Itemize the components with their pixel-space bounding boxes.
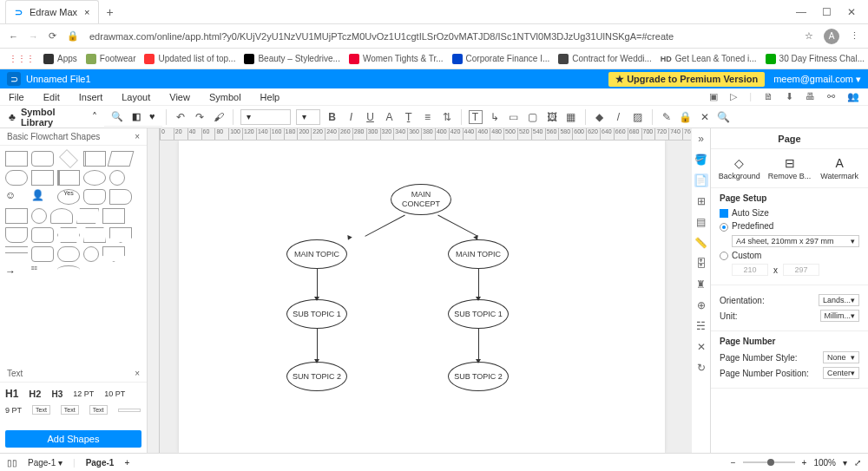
shape-diamond[interactable] xyxy=(59,149,78,168)
font-color-icon[interactable]: A xyxy=(383,110,397,124)
menu-symbol[interactable]: Symbol xyxy=(209,92,241,102)
rounded-rect-icon[interactable]: ▢ xyxy=(526,110,540,124)
bookmark[interactable]: HDGet Lean & Toned i... xyxy=(661,54,757,63)
new-tab-button[interactable]: + xyxy=(106,5,113,19)
shape-pill[interactable] xyxy=(5,170,28,186)
bookmark[interactable]: Beauty – Styledrive... xyxy=(244,54,340,64)
zoom-value[interactable]: 100% xyxy=(813,458,836,468)
bookmark[interactable]: Corporate Finance I... xyxy=(452,54,550,64)
shape-para[interactable] xyxy=(108,151,135,167)
tools-icon[interactable]: ✕ xyxy=(698,110,712,124)
shape-rect4[interactable] xyxy=(102,208,125,224)
cross-icon[interactable]: ✕ xyxy=(694,340,708,354)
node-root[interactable]: MAIN CONCEPT xyxy=(391,184,451,215)
add-icon[interactable]: ⊕ xyxy=(694,298,708,312)
share-icon[interactable]: ⚯ xyxy=(827,91,835,102)
lock-icon[interactable]: 🔒 xyxy=(679,110,693,124)
table-icon[interactable]: ▦ xyxy=(564,110,578,124)
hier-icon[interactable]: ♜ xyxy=(694,278,708,291)
back-icon[interactable]: ← xyxy=(9,31,18,42)
line-icon[interactable]: / xyxy=(612,110,626,124)
close-icon[interactable]: × xyxy=(135,132,140,141)
underline-icon[interactable]: U xyxy=(364,110,378,124)
text-9pt[interactable]: 9 PT xyxy=(5,406,22,415)
heart-icon[interactable]: ♥ xyxy=(149,111,155,121)
list-icon[interactable]: ☵ xyxy=(694,319,708,333)
text-box[interactable]: Text xyxy=(32,405,50,415)
image-icon[interactable]: 🖼 xyxy=(545,110,559,124)
page-panel-icon[interactable]: 📄 xyxy=(694,173,708,187)
menu-help[interactable]: Help xyxy=(260,92,280,102)
menu-edit[interactable]: Edit xyxy=(43,92,60,102)
rect-icon[interactable]: ▭ xyxy=(507,110,521,124)
grid3-icon[interactable]: ◧ xyxy=(132,111,141,122)
tab-remove-bg[interactable]: ⊟Remove B... xyxy=(765,156,815,180)
shape-pent[interactable] xyxy=(109,227,132,243)
shape-person[interactable]: 👤 xyxy=(31,189,54,205)
shape-rect2[interactable] xyxy=(31,170,54,186)
bookmark[interactable]: Updated list of top... xyxy=(144,54,235,64)
account-email[interactable]: meem@gmail.com▾ xyxy=(773,74,861,85)
bookmark[interactable]: Contract for Weddi... xyxy=(558,54,652,64)
shape-actor[interactable]: ☺ xyxy=(5,189,28,205)
print-icon[interactable]: 🖶 xyxy=(806,91,815,102)
font-family-select[interactable]: ▾ xyxy=(240,109,291,125)
zoom-in-button[interactable]: + xyxy=(802,458,807,468)
auto-size-checkbox[interactable]: Auto Size xyxy=(720,208,769,218)
shape-circ2[interactable] xyxy=(31,208,47,224)
node-right3[interactable]: SUB TOPIC 2 xyxy=(448,362,509,391)
page-selector[interactable]: Page-1 ▾ xyxy=(28,458,62,468)
paper-size-select[interactable]: A4 sheet, 210mm x 297 mm▾ xyxy=(732,235,859,247)
text-10pt[interactable]: 10 PT xyxy=(104,389,125,398)
shape-rnd3[interactable] xyxy=(31,246,54,262)
apps-icon[interactable]: ⋮⋮⋮ xyxy=(9,54,35,63)
bookmark[interactable]: Footwear xyxy=(86,54,136,64)
menu-insert[interactable]: Insert xyxy=(79,92,103,102)
shape-rect3[interactable] xyxy=(57,170,80,186)
text-box[interactable] xyxy=(118,409,141,412)
shape-lines[interactable] xyxy=(5,246,28,253)
unit-select[interactable]: Millim...▾ xyxy=(820,310,860,322)
shape-flag[interactable] xyxy=(109,189,132,205)
shape-note[interactable]: ≡≡ xyxy=(31,265,54,281)
reload-icon[interactable]: ⟳ xyxy=(49,30,56,42)
menu-view[interactable]: View xyxy=(169,92,190,102)
shape-rnd2[interactable] xyxy=(31,227,54,243)
predefined-radio[interactable]: Predefined xyxy=(720,221,773,231)
shape-ellipse[interactable] xyxy=(83,170,106,186)
align-icon[interactable]: ≡ xyxy=(421,110,435,124)
text-h1[interactable]: H1 xyxy=(5,388,18,400)
node-left3[interactable]: SUN TOPIC 2 xyxy=(286,362,347,391)
height-input[interactable]: 297 xyxy=(783,264,819,276)
italic-icon[interactable]: I xyxy=(345,110,358,124)
text-format-icon[interactable]: Ṯ xyxy=(402,110,416,124)
undo-icon[interactable]: ↶ xyxy=(174,110,187,124)
shape-circle[interactable] xyxy=(109,170,125,186)
close-icon[interactable]: × xyxy=(84,7,89,17)
shape-card[interactable] xyxy=(5,208,28,224)
zoom-slider[interactable] xyxy=(743,461,795,463)
search-canvas-icon[interactable]: 🔍 xyxy=(717,110,731,124)
tab-background[interactable]: ◇Background xyxy=(714,156,765,180)
layers-icon[interactable]: ▤ xyxy=(694,215,708,229)
text-box[interactable]: Text xyxy=(89,405,108,415)
pn-style-select[interactable]: None▾ xyxy=(823,351,859,363)
menu-layout[interactable]: Layout xyxy=(122,92,150,102)
tab-watermark[interactable]: AWatermark xyxy=(814,156,865,180)
text-section-header[interactable]: Text× xyxy=(0,365,147,383)
avatar[interactable]: A xyxy=(824,29,839,44)
browser-tab[interactable]: ⊃ Edraw Max × xyxy=(5,0,99,23)
bookmark[interactable]: 30 Day Fitness Chal... xyxy=(766,54,865,64)
data-icon[interactable]: 🗄 xyxy=(694,257,708,271)
maximize-icon[interactable]: ☐ xyxy=(822,6,832,18)
ruler-icon[interactable]: 📏 xyxy=(694,236,708,250)
add-shapes-button[interactable]: Add Shapes xyxy=(5,430,141,448)
font-size-select[interactable]: ▾ xyxy=(296,109,320,125)
bold-icon[interactable]: B xyxy=(326,110,339,124)
menu-icon[interactable]: ⋮ xyxy=(850,30,859,42)
save-icon[interactable]: 🗎 xyxy=(764,91,773,102)
shape-wave[interactable] xyxy=(5,227,28,243)
layout-icon[interactable]: ▯▯ xyxy=(7,458,17,468)
bookmark[interactable]: Women Tights & Tr... xyxy=(349,54,444,64)
close-icon[interactable]: × xyxy=(135,369,140,378)
